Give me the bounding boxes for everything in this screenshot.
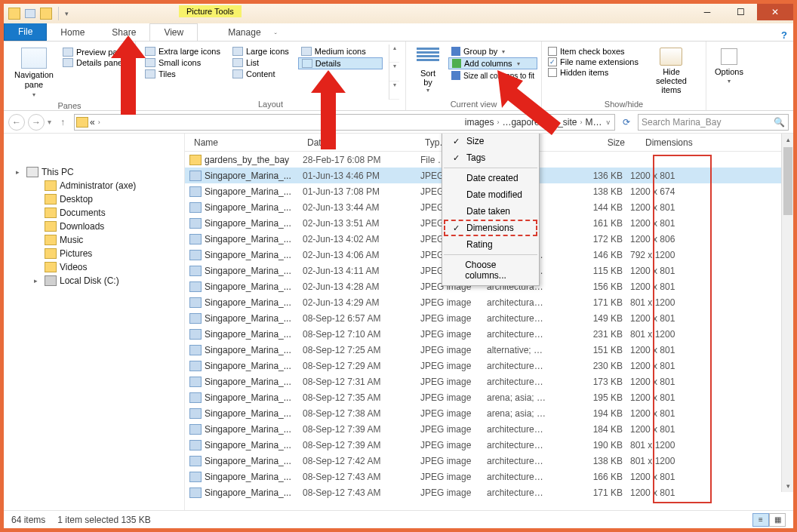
- preview-pane-button[interactable]: Preview pane: [63, 48, 127, 57]
- file-row[interactable]: Singapore_Marina_...08-Sep-12 7:10 AMJPE…: [185, 326, 793, 342]
- breadcrumb[interactable]: images: [465, 117, 494, 128]
- dropdown-item[interactable]: Date modified: [444, 186, 537, 203]
- tab-share[interactable]: Share: [98, 24, 149, 41]
- tree-item[interactable]: Documents: [31, 206, 180, 220]
- qat-dropdown-icon[interactable]: ▾: [65, 10, 69, 17]
- file-row[interactable]: Singapore_Marina_...08-Sep-12 7:31 AMJPE…: [185, 374, 793, 389]
- thumbnails-view-toggle[interactable]: ▦: [769, 513, 786, 527]
- tree-item[interactable]: Pictures: [31, 247, 180, 260]
- tab-file[interactable]: File: [4, 23, 47, 41]
- layout-list[interactable]: List: [229, 57, 292, 68]
- tab-home[interactable]: Home: [47, 24, 98, 41]
- add-columns-icon: [452, 59, 461, 68]
- dropdown-item[interactable]: Choose columns...: [444, 257, 537, 284]
- details-view-toggle[interactable]: ≡: [752, 513, 769, 527]
- column-header-date[interactable]: Date: [303, 137, 420, 148]
- dropdown-item[interactable]: Rating: [444, 236, 537, 253]
- file-row[interactable]: Singapore_Marina_...08-Sep-12 7:29 AMJPE…: [185, 358, 793, 374]
- file-row[interactable]: Singapore_Marina_...08-Sep-12 7:42 AMJPE…: [185, 453, 793, 469]
- column-header-size[interactable]: Size: [562, 137, 630, 148]
- navigation-pane-icon: [21, 48, 47, 69]
- search-input[interactable]: Search Marina_Bay 🔍: [638, 114, 789, 131]
- ribbon: Navigation pane ▾ Preview pane Details p…: [4, 42, 793, 111]
- dropdown-item[interactable]: ✓Size: [444, 134, 537, 149]
- forward-button[interactable]: →: [28, 114, 45, 131]
- status-selection: 1 item selected 135 KB: [57, 515, 150, 525]
- layout-details[interactable]: Details: [298, 57, 383, 69]
- group-by-button[interactable]: Group by▾: [448, 46, 537, 57]
- hide-selected-items-button[interactable]: Hide selected items: [643, 45, 700, 100]
- breadcrumb[interactable]: …gapore: [502, 117, 539, 128]
- close-button[interactable]: ✕: [757, 4, 793, 20]
- breadcrumb[interactable]: on_site: [548, 117, 577, 128]
- options-button[interactable]: Options ▾: [712, 45, 746, 88]
- hidden-items-toggle[interactable]: Hidden items: [548, 68, 639, 77]
- image-file-icon: [189, 456, 202, 466]
- tree-item-this-pc[interactable]: ▸This PC: [13, 165, 180, 179]
- add-columns-button[interactable]: Add columns▾: [448, 57, 537, 69]
- tree-item[interactable]: ▸Local Disk (C:): [31, 274, 180, 288]
- layout-extra-large-icons[interactable]: Extra large icons: [142, 46, 223, 57]
- file-row[interactable]: Singapore_Marina_...08-Sep-12 7:39 AMJPE…: [185, 421, 793, 437]
- vertical-scrollbar[interactable]: ▴ ▾: [781, 134, 793, 492]
- back-button[interactable]: ←: [8, 114, 25, 131]
- dropdown-item[interactable]: ✓Tags: [444, 149, 537, 166]
- breadcrumb[interactable]: M…: [586, 117, 602, 128]
- dropdown-item[interactable]: ✓Dimensions: [444, 220, 537, 236]
- tree-item[interactable]: Videos: [31, 260, 180, 274]
- file-row[interactable]: Singapore_Marina_...08-Sep-12 7:38 AMJPE…: [185, 405, 793, 421]
- picture-tools-tab-label[interactable]: Picture Tools: [179, 5, 242, 17]
- layout-content[interactable]: Content: [229, 69, 292, 79]
- file-row[interactable]: Singapore_Marina_...02-Jun-13 4:29 AMJPE…: [185, 294, 793, 310]
- tree-item[interactable]: Music: [31, 233, 180, 247]
- item-check-boxes-toggle[interactable]: Item check boxes: [548, 47, 639, 56]
- tree-item[interactable]: Desktop: [31, 192, 180, 206]
- small-icons-icon: [145, 58, 155, 67]
- tab-view[interactable]: View: [149, 23, 198, 41]
- image-file-icon: [189, 329, 202, 340]
- address-dropdown-icon[interactable]: v: [604, 118, 614, 126]
- scrollbar-thumb[interactable]: [783, 147, 792, 215]
- address-box[interactable]: «› images› …gapore› on_site› M… v: [74, 114, 615, 131]
- tree-item[interactable]: Administrator (axe): [31, 179, 180, 192]
- maximize-button[interactable]: ☐: [724, 4, 757, 20]
- help-icon[interactable]: ?: [781, 29, 787, 41]
- column-header-name[interactable]: Name: [189, 137, 303, 148]
- layout-small-icons[interactable]: Small icons: [142, 57, 223, 68]
- image-file-icon: [189, 297, 202, 308]
- file-row[interactable]: Singapore_Marina_...08-Sep-12 7:25 AMJPE…: [185, 342, 793, 358]
- navigation-pane-button[interactable]: Navigation pane ▾: [10, 45, 58, 101]
- up-button[interactable]: ↑: [54, 114, 71, 131]
- file-row[interactable]: Singapore_Marina_...08-Sep-12 7:43 AMJPE…: [185, 484, 793, 500]
- tab-manage[interactable]: Manage: [214, 24, 274, 41]
- recent-dropdown-icon[interactable]: ▾: [48, 118, 51, 126]
- collapse-ribbon-icon[interactable]: ˇ: [275, 32, 277, 41]
- scroll-down-icon[interactable]: ▾: [782, 480, 793, 492]
- file-row[interactable]: Singapore_Marina_...08-Sep-12 6:57 AMJPE…: [185, 310, 793, 326]
- image-file-icon: [189, 218, 202, 229]
- file-name-extensions-toggle[interactable]: ✓File name extensions: [548, 57, 639, 66]
- group-label-current-view: Current view: [412, 100, 535, 110]
- size-columns-button[interactable]: Size all columns to fit: [448, 70, 537, 81]
- layout-medium-icons[interactable]: Medium icons: [298, 46, 383, 57]
- scroll-up-icon[interactable]: ▴: [782, 134, 793, 146]
- breadcrumb[interactable]: «: [90, 117, 95, 128]
- layout-scroll[interactable]: ▴▾▾: [389, 45, 399, 100]
- file-row[interactable]: Singapore_Marina_...08-Sep-12 7:43 AMJPE…: [185, 469, 793, 484]
- checkbox-icon: ✓: [548, 57, 557, 66]
- dropdown-item[interactable]: Date created: [444, 170, 537, 186]
- dropdown-item[interactable]: Date taken: [444, 203, 537, 220]
- properties-icon[interactable]: [25, 9, 35, 18]
- layout-tiles[interactable]: Tiles: [142, 69, 223, 79]
- sort-by-button[interactable]: Sort by ▾: [412, 45, 444, 100]
- column-header-dimensions[interactable]: Dimensions: [630, 137, 706, 148]
- open-folder-icon[interactable]: [40, 8, 52, 20]
- file-row[interactable]: Singapore_Marina_...08-Sep-12 7:39 AMJPE…: [185, 437, 793, 453]
- details-pane-button[interactable]: Details pane: [63, 58, 127, 67]
- file-row[interactable]: Singapore_Marina_...08-Sep-12 7:35 AMJPE…: [185, 389, 793, 405]
- layout-large-icons[interactable]: Large icons: [229, 46, 292, 57]
- refresh-button[interactable]: ⟳: [618, 114, 635, 131]
- list-icon: [232, 58, 243, 67]
- minimize-button[interactable]: ─: [691, 4, 724, 20]
- tree-item[interactable]: Downloads: [31, 220, 180, 233]
